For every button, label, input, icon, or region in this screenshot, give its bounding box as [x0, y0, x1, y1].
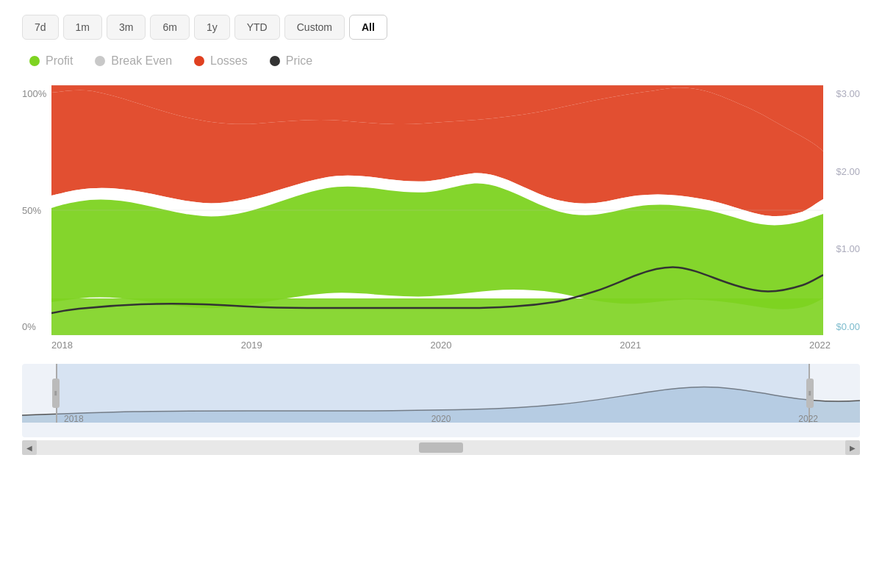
x-label-2021: 2021 [620, 340, 641, 351]
main-container: 7d1m3m6m1yYTDCustomAll Profit Break Even… [0, 0, 882, 470]
time-btn-7d[interactable]: 7d [22, 15, 59, 40]
time-btn-custom[interactable]: Custom [284, 15, 345, 40]
legend-dot-price [270, 56, 280, 66]
price-label-2: $2.00 [823, 166, 860, 177]
time-range-selector: 7d1m3m6m1yYTDCustomAll [22, 15, 860, 40]
nav-label-2022: 2022 [798, 414, 818, 424]
legend-dot-breakeven [95, 56, 105, 66]
x-label-2018: 2018 [51, 340, 73, 351]
legend-label-losses: Losses [210, 54, 248, 68]
scroll-right-arrow[interactable]: ▶ [845, 440, 860, 455]
time-btn-1m[interactable]: 1m [63, 15, 102, 40]
y-label-50: 50% [22, 205, 51, 216]
nav-handle-left[interactable]: ⦀ [52, 379, 60, 408]
nav-label-2018: 2018 [64, 414, 84, 424]
time-btn-1y[interactable]: 1y [194, 15, 230, 40]
scrollbar-thumb[interactable] [419, 442, 463, 453]
nav-x-axis: 2018 2020 2022 [22, 414, 860, 424]
x-axis: 2018 2019 2020 2021 2022 [22, 335, 860, 351]
time-btn-6m[interactable]: 6m [150, 15, 189, 40]
legend-label-price: Price [286, 54, 312, 68]
price-label-3: $3.00 [823, 88, 860, 99]
legend-label-profit: Profit [46, 54, 73, 68]
legend-item-breakeven: Break Even [95, 54, 172, 68]
main-chart-svg [51, 85, 823, 335]
legend-dot-profit [29, 56, 40, 66]
y-axis-right: $3.00 $2.00 $1.00 $0.00 [823, 85, 860, 335]
nav-handle-right[interactable]: ⦀ [806, 379, 814, 408]
x-label-2019: 2019 [241, 340, 262, 351]
chart-wrapper: 100% 50% 0% [22, 85, 860, 455]
scroll-left-arrow[interactable]: ◀ [22, 440, 37, 455]
nav-label-2020: 2020 [431, 414, 451, 424]
chart-legend: Profit Break Even Losses Price [22, 54, 860, 68]
x-label-2020: 2020 [431, 340, 452, 351]
time-btn-all[interactable]: All [349, 15, 387, 40]
y-axis-left: 100% 50% 0% [22, 85, 51, 335]
time-btn-3m[interactable]: 3m [107, 15, 146, 40]
scrollbar[interactable]: ◀ ▶ [22, 440, 860, 455]
legend-dot-losses [194, 56, 204, 66]
legend-item-price: Price [270, 54, 312, 68]
y-label-100: 100% [22, 88, 51, 99]
legend-item-losses: Losses [194, 54, 248, 68]
scrollbar-track[interactable] [37, 442, 845, 453]
navigator[interactable]: ⦀ ⦀ 2018 2020 2022 [22, 364, 860, 437]
price-label-1: $1.00 [823, 243, 860, 254]
x-label-2022: 2022 [809, 340, 831, 351]
price-label-0: $0.00 [823, 321, 860, 332]
y-label-0: 0% [22, 321, 51, 332]
main-chart: 100% 50% 0% [22, 85, 860, 335]
legend-item-profit: Profit [29, 54, 73, 68]
legend-label-breakeven: Break Even [111, 54, 172, 68]
time-btn-ytd[interactable]: YTD [234, 15, 280, 40]
